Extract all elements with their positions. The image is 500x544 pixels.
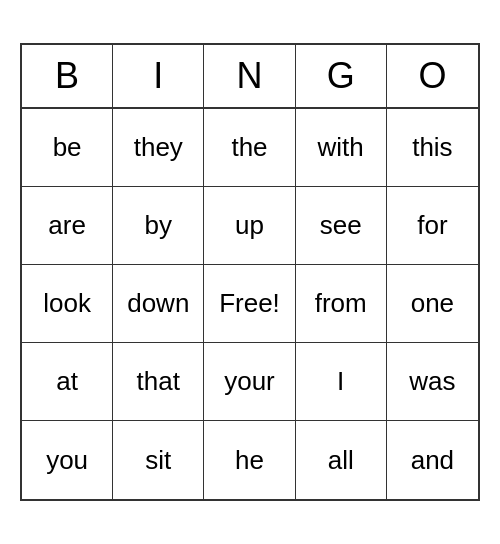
bingo-cell-12[interactable]: Free! (204, 265, 295, 343)
bingo-cell-8[interactable]: see (296, 187, 387, 265)
bingo-cell-2[interactable]: the (204, 109, 295, 187)
bingo-cell-1[interactable]: they (113, 109, 204, 187)
bingo-cell-20[interactable]: you (22, 421, 113, 499)
bingo-cell-7[interactable]: up (204, 187, 295, 265)
bingo-grid: betheythewiththisarebyupseeforlookdownFr… (22, 109, 478, 499)
header-i: I (113, 45, 204, 107)
bingo-cell-24[interactable]: and (387, 421, 478, 499)
bingo-cell-11[interactable]: down (113, 265, 204, 343)
header-g: G (296, 45, 387, 107)
bingo-cell-10[interactable]: look (22, 265, 113, 343)
bingo-cell-13[interactable]: from (296, 265, 387, 343)
bingo-cell-4[interactable]: this (387, 109, 478, 187)
bingo-cell-5[interactable]: are (22, 187, 113, 265)
bingo-card: B I N G O betheythewiththisarebyupseefor… (20, 43, 480, 501)
bingo-cell-22[interactable]: he (204, 421, 295, 499)
bingo-cell-16[interactable]: that (113, 343, 204, 421)
bingo-cell-17[interactable]: your (204, 343, 295, 421)
bingo-cell-3[interactable]: with (296, 109, 387, 187)
bingo-cell-21[interactable]: sit (113, 421, 204, 499)
bingo-cell-23[interactable]: all (296, 421, 387, 499)
header-o: O (387, 45, 478, 107)
bingo-cell-18[interactable]: I (296, 343, 387, 421)
bingo-cell-0[interactable]: be (22, 109, 113, 187)
bingo-header: B I N G O (22, 45, 478, 109)
bingo-cell-19[interactable]: was (387, 343, 478, 421)
bingo-cell-15[interactable]: at (22, 343, 113, 421)
header-b: B (22, 45, 113, 107)
bingo-cell-9[interactable]: for (387, 187, 478, 265)
bingo-cell-14[interactable]: one (387, 265, 478, 343)
header-n: N (204, 45, 295, 107)
bingo-cell-6[interactable]: by (113, 187, 204, 265)
